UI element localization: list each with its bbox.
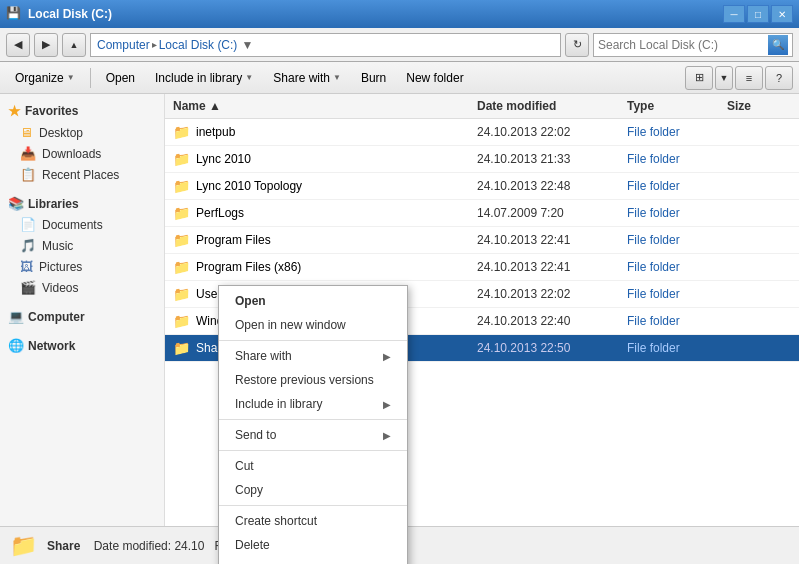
sidebar-item-videos[interactable]: 🎬 Videos <box>0 277 164 298</box>
col-header-type[interactable]: Type <box>619 97 719 115</box>
burn-button[interactable]: Burn <box>352 65 395 91</box>
ctx-separator <box>219 505 407 506</box>
documents-icon: 📄 <box>20 217 36 232</box>
col-header-size[interactable]: Size <box>719 97 799 115</box>
search-button[interactable]: 🔍 <box>768 35 788 55</box>
table-row[interactable]: 📁 Program Files (x86) 24.10.2013 22:41 F… <box>165 254 799 281</box>
sidebar-item-pictures[interactable]: 🖼 Pictures <box>0 256 164 277</box>
ctx-item-label: Copy <box>235 483 263 497</box>
computer-section: 💻 Computer <box>0 306 164 327</box>
ctx-menu-item[interactable]: Open in new window <box>219 313 407 337</box>
help-button[interactable]: ? <box>765 66 793 90</box>
ctx-item-label: Include in library <box>235 397 322 411</box>
path-separator: ▸ <box>152 39 157 50</box>
toolbar: Organize ▼ Open Include in library ▼ Sha… <box>0 62 799 94</box>
table-row[interactable]: 📁 PerfLogs 14.07.2009 7:20 File folder <box>165 200 799 227</box>
ctx-menu-item[interactable]: Rename <box>219 557 407 564</box>
title-bar-left: 💾 Local Disk (C:) <box>6 6 112 22</box>
maximize-button[interactable]: □ <box>747 5 769 23</box>
file-date-cell: 24.10.2013 22:02 <box>469 285 619 303</box>
open-button[interactable]: Open <box>97 65 144 91</box>
new-folder-button[interactable]: New folder <box>397 65 472 91</box>
sidebar-item-music[interactable]: 🎵 Music <box>0 235 164 256</box>
file-size-cell <box>719 184 799 188</box>
file-date-cell: 24.10.2013 21:33 <box>469 150 619 168</box>
computer-crumb[interactable]: Computer <box>97 38 150 52</box>
table-row[interactable]: 📁 inetpub 24.10.2013 22:02 File folder <box>165 119 799 146</box>
status-name: Share Date modified: 24.10 <box>47 539 204 553</box>
desktop-icon: 🖥 <box>20 125 33 140</box>
ctx-menu-item[interactable]: Share with▶ <box>219 344 407 368</box>
search-input[interactable] <box>598 38 768 52</box>
ctx-menu-item[interactable]: Copy <box>219 478 407 502</box>
table-row[interactable]: 📁 Lync 2010 24.10.2013 21:33 File folder <box>165 146 799 173</box>
submenu-arrow-icon: ▶ <box>383 430 391 441</box>
ctx-menu-item[interactable]: Send to▶ <box>219 423 407 447</box>
sidebar-item-desktop[interactable]: 🖥 Desktop <box>0 122 164 143</box>
folder-icon: 📁 <box>173 151 190 167</box>
music-icon: 🎵 <box>20 238 36 253</box>
sidebar-item-documents[interactable]: 📄 Documents <box>0 214 164 235</box>
ctx-item-label: Create shortcut <box>235 514 317 528</box>
minimize-button[interactable]: ─ <box>723 5 745 23</box>
file-name-cell: 📁 inetpub <box>165 122 469 142</box>
include-in-library-button[interactable]: Include in library ▼ <box>146 65 262 91</box>
recent-icon: 📋 <box>20 167 36 182</box>
share-with-button[interactable]: Share with ▼ <box>264 65 350 91</box>
ctx-item-label: Open in new window <box>235 318 346 332</box>
title-controls: ─ □ ✕ <box>723 5 793 23</box>
file-date-cell: 24.10.2013 22:41 <box>469 231 619 249</box>
ctx-menu-item[interactable]: Cut <box>219 454 407 478</box>
favorites-header[interactable]: ★ Favorites <box>0 100 164 122</box>
file-type-cell: File folder <box>619 177 719 195</box>
table-row[interactable]: 📁 Lync 2010 Topology 24.10.2013 22:48 Fi… <box>165 173 799 200</box>
table-row[interactable]: 📁 Program Files 24.10.2013 22:41 File fo… <box>165 227 799 254</box>
sidebar-item-recent[interactable]: 📋 Recent Places <box>0 164 164 185</box>
file-name-label: Program Files (x86) <box>196 260 301 274</box>
favorites-section: ★ Favorites 🖥 Desktop 📥 Downloads 📋 Rece… <box>0 100 164 185</box>
ctx-menu-item[interactable]: Create shortcut <box>219 509 407 533</box>
organize-button[interactable]: Organize ▼ <box>6 65 84 91</box>
refresh-button[interactable]: ↻ <box>565 33 589 57</box>
title-bar: 💾 Local Disk (C:) ─ □ ✕ <box>0 0 799 28</box>
ctx-menu-item[interactable]: Delete <box>219 533 407 557</box>
file-type-cell: File folder <box>619 258 719 276</box>
col-header-date[interactable]: Date modified <box>469 97 619 115</box>
window-icon: 💾 <box>6 6 22 22</box>
col-header-name[interactable]: Name ▲ <box>165 97 469 115</box>
file-name-label: inetpub <box>196 125 235 139</box>
library-arrow-icon: ▼ <box>245 73 253 82</box>
organize-arrow-icon: ▼ <box>67 73 75 82</box>
network-header[interactable]: 🌐 Network <box>0 335 164 356</box>
back-button[interactable]: ◀ <box>6 33 30 57</box>
file-list-header: Name ▲ Date modified Type Size <box>165 94 799 119</box>
view-dropdown-button[interactable]: ▼ <box>715 66 733 90</box>
downloads-icon: 📥 <box>20 146 36 161</box>
ctx-item-label: Delete <box>235 538 270 552</box>
up-button[interactable]: ▲ <box>62 33 86 57</box>
file-type-cell: File folder <box>619 312 719 330</box>
sidebar-item-downloads[interactable]: 📥 Downloads <box>0 143 164 164</box>
computer-header[interactable]: 💻 Computer <box>0 306 164 327</box>
localdisk-crumb[interactable]: Local Disk (C:) <box>159 38 238 52</box>
videos-icon: 🎬 <box>20 280 36 295</box>
search-box: 🔍 <box>593 33 793 57</box>
libraries-icon: 📚 <box>8 196 24 211</box>
file-size-cell <box>719 211 799 215</box>
folder-icon: 📁 <box>173 232 190 248</box>
address-bar: ◀ ▶ ▲ Computer ▸ Local Disk (C:) ▼ ↻ 🔍 <box>0 28 799 62</box>
ctx-item-label: Share with <box>235 349 292 363</box>
ctx-menu-item[interactable]: Restore previous versions <box>219 368 407 392</box>
details-pane-button[interactable]: ≡ <box>735 66 763 90</box>
share-arrow-icon: ▼ <box>333 73 341 82</box>
ctx-menu-item[interactable]: Open <box>219 289 407 313</box>
file-size-cell <box>719 130 799 134</box>
close-button[interactable]: ✕ <box>771 5 793 23</box>
forward-button[interactable]: ▶ <box>34 33 58 57</box>
ctx-menu-item[interactable]: Include in library▶ <box>219 392 407 416</box>
path-dropdown[interactable]: ▼ <box>241 38 253 52</box>
address-path[interactable]: Computer ▸ Local Disk (C:) ▼ <box>90 33 561 57</box>
libraries-header[interactable]: 📚 Libraries <box>0 193 164 214</box>
file-type-cell: File folder <box>619 285 719 303</box>
view-toggle-button[interactable]: ⊞ <box>685 66 713 90</box>
